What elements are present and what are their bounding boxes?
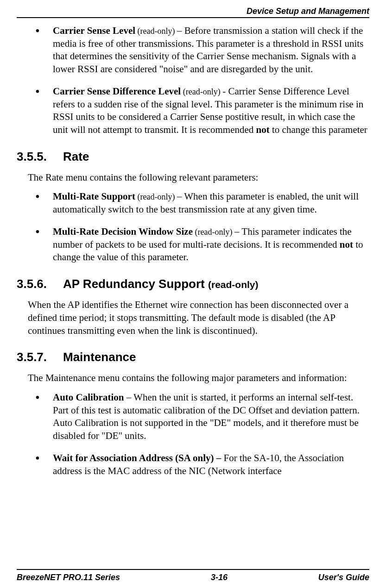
list-item: Wait for Association Address (SA only) –… xyxy=(35,452,369,477)
term: Multi-Rate Support xyxy=(53,191,135,202)
separator: - xyxy=(222,86,228,97)
section-number: 3.5.7. xyxy=(17,350,63,364)
page: Device Setup and Management Carrier Sens… xyxy=(0,0,386,588)
footer-left: BreezeNET PRO.11 Series xyxy=(17,573,120,582)
emphasis: not xyxy=(340,239,353,250)
section-paragraph: When the AP identifies the Ethernet wire… xyxy=(28,299,369,337)
section-heading-ap-redundancy: 3.5.6.AP Redundancy Support (read-only) xyxy=(17,277,369,291)
section-heading-rate: 3.5.5.Rate xyxy=(17,150,369,164)
emphasis: not xyxy=(256,124,270,135)
section-title: AP Redundancy Support xyxy=(63,277,208,291)
read-only-tag: (read-only) xyxy=(135,26,177,36)
read-only-tag: (read-only) xyxy=(181,87,222,96)
page-content: Carrier Sense Level (read-only) – Before… xyxy=(17,18,369,569)
term: Carrier Sense Level xyxy=(53,25,135,36)
term: Multi-Rate Decision Window Size xyxy=(53,226,193,237)
read-only-tag: (read-only) xyxy=(135,192,177,201)
list-item: Carrier Sense Difference Level (read-onl… xyxy=(35,85,369,137)
page-header: Device Setup and Management xyxy=(17,6,369,18)
section-number: 3.5.5. xyxy=(17,150,63,164)
separator: – xyxy=(234,226,241,237)
term: Carrier Sense Difference Level xyxy=(53,86,181,97)
list-item: Carrier Sense Level (read-only) – Before… xyxy=(35,25,369,76)
section-intro: The Maintenance menu contains the follow… xyxy=(28,372,369,385)
term: Auto Calibration xyxy=(53,392,127,403)
maintenance-bullet-list: Auto Calibration – When the unit is star… xyxy=(17,391,369,477)
separator: – xyxy=(127,392,133,403)
separator: – xyxy=(177,191,184,202)
page-footer: BreezeNET PRO.11 Series 3-16 User's Guid… xyxy=(17,569,369,582)
section-title: Rate xyxy=(63,150,89,163)
list-item: Multi-Rate Decision Window Size (read-on… xyxy=(35,225,369,264)
read-only-tag: (read-only) xyxy=(193,227,234,237)
footer-right: User's Guide xyxy=(318,573,369,582)
top-bullet-list: Carrier Sense Level (read-only) – Before… xyxy=(17,25,369,137)
section-heading-maintenance: 3.5.7.Maintenance xyxy=(17,350,369,364)
list-item: Auto Calibration – When the unit is star… xyxy=(35,391,369,443)
section-intro: The Rate menu contains the following rel… xyxy=(28,171,369,184)
footer-center: 3-16 xyxy=(211,573,228,582)
header-title: Device Setup and Management xyxy=(247,6,369,16)
list-item: Multi-Rate Support (read-only) – When th… xyxy=(35,190,369,216)
read-only-tag: (read-only) xyxy=(208,279,259,290)
term: Wait for Association Address (SA only) – xyxy=(53,452,224,463)
separator: – xyxy=(177,25,184,36)
section-title: Maintenance xyxy=(63,350,136,364)
description-post: to change this parameter xyxy=(270,124,367,135)
section-number: 3.5.6. xyxy=(17,277,63,291)
rate-bullet-list: Multi-Rate Support (read-only) – When th… xyxy=(17,190,369,264)
